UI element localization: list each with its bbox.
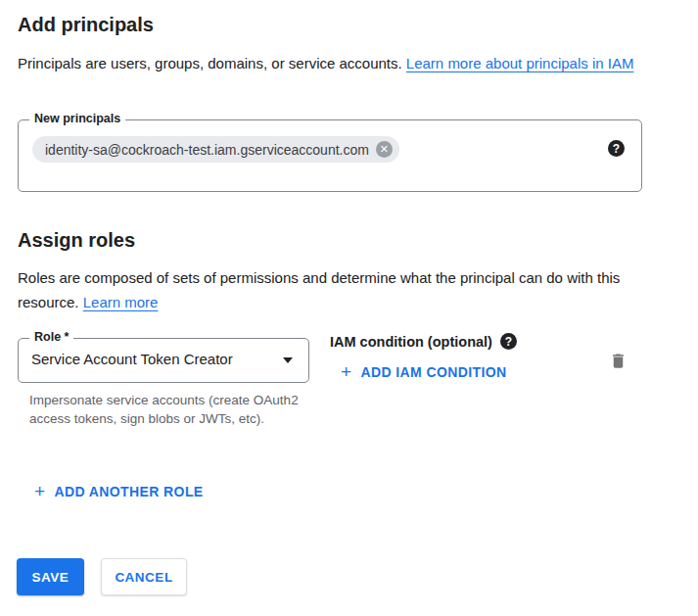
principal-chip-value: identity-sa@cockroach-test.iam.gservicea… <box>45 142 369 158</box>
assign-roles-title: Assign roles <box>18 229 135 252</box>
new-principals-label: New principals <box>29 112 125 125</box>
role-label: Role * <box>29 330 73 344</box>
save-button[interactable]: SAVE <box>17 558 84 595</box>
role-selected-value: Service Account Token Creator <box>31 351 233 367</box>
new-principals-field[interactable]: New principals identity-sa@cockroach-tes… <box>18 119 642 192</box>
role-helper-text: Impersonate service accounts (create OAu… <box>29 392 309 428</box>
principals-description-text: Principals are users, groups, domains, o… <box>18 55 406 71</box>
principals-help-icon[interactable]: ? <box>608 140 625 157</box>
add-iam-condition-label: ADD IAM CONDITION <box>361 364 507 380</box>
add-another-role-label: ADD ANOTHER ROLE <box>55 484 204 499</box>
iam-condition-label: IAM condition (optional) <box>330 334 492 350</box>
delete-role-button[interactable] <box>607 349 628 372</box>
dropdown-arrow-icon <box>283 357 293 363</box>
add-another-role-button[interactable]: +ADD ANOTHER ROLE <box>34 484 204 499</box>
plus-icon: + <box>34 485 46 498</box>
trash-icon <box>609 351 628 371</box>
principal-chip[interactable]: identity-sa@cockroach-test.iam.gservicea… <box>32 136 399 163</box>
add-principals-panel: Add principals Principals are users, gro… <box>0 0 698 616</box>
principals-description: Principals are users, groups, domains, o… <box>18 51 646 75</box>
plus-icon: + <box>341 365 352 379</box>
chip-close-icon[interactable]: ✕ <box>376 141 393 158</box>
iam-condition-header: IAM condition (optional) ? <box>330 333 517 350</box>
add-principals-title: Add principals <box>18 14 154 36</box>
learn-more-roles-link[interactable]: Learn more <box>83 294 159 310</box>
cancel-button[interactable]: CANCEL <box>101 558 187 595</box>
iam-condition-help-icon[interactable]: ? <box>500 333 517 350</box>
role-select[interactable]: Role * Service Account Token Creator <box>18 338 309 383</box>
learn-more-principals-link[interactable]: Learn more about principals in IAM <box>406 55 634 71</box>
add-iam-condition-button[interactable]: +ADD IAM CONDITION <box>341 364 507 380</box>
roles-description: Roles are composed of sets of permission… <box>18 265 646 314</box>
